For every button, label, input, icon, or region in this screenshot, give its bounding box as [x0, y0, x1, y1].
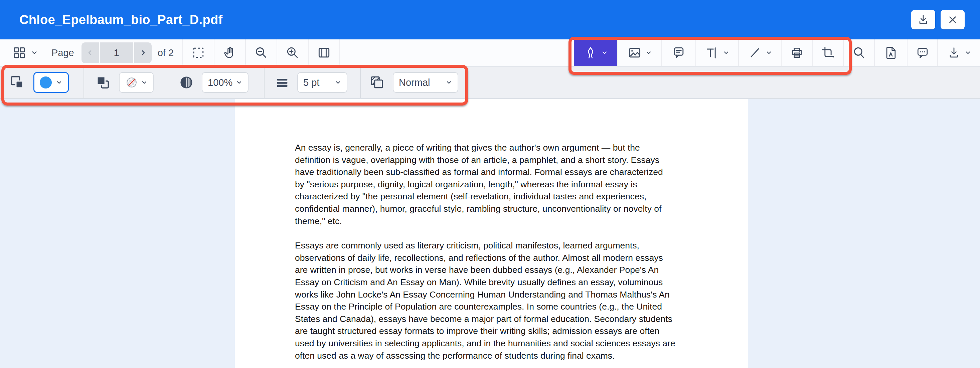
close-button[interactable] [940, 10, 965, 29]
chevron-down-icon [723, 49, 730, 56]
document-canvas[interactable]: An essay is, generally, a piece of writi… [0, 99, 980, 368]
download-icon [947, 45, 961, 60]
text-line: Essay on the Principle of Population are… [295, 301, 675, 313]
document-title: Chloe_Epelbaum_bio_Part_D.pdf [19, 13, 223, 27]
thickness-group: 5 pt [275, 67, 347, 98]
grid-view-icon [12, 45, 27, 60]
text-line: confidential manner), humor, graceful st… [295, 203, 675, 215]
pan-tool[interactable] [214, 40, 245, 66]
zoom-out-tool[interactable] [245, 40, 277, 66]
print-icon [790, 45, 804, 60]
stroke-color-group [9, 67, 69, 98]
previous-page-button[interactable] [81, 43, 99, 63]
zoom-in-tool[interactable] [277, 40, 308, 66]
two-page-view-icon [317, 45, 331, 60]
chevron-down-icon [56, 79, 62, 86]
chevron-down-icon [31, 49, 38, 56]
line-tool[interactable] [738, 40, 781, 66]
pdf-export-icon [883, 45, 898, 60]
pan-hand-icon [223, 45, 237, 60]
title-bar: Chloe_Epelbaum_bio_Part_D.pdf [0, 0, 980, 40]
chevron-right-icon [139, 49, 147, 57]
text-line: are written in prose, but works in verse… [295, 264, 675, 276]
next-page-button[interactable] [134, 43, 152, 63]
search-tool[interactable] [843, 40, 874, 66]
chevron-down-icon [236, 79, 242, 86]
page-text: An essay is, generally, a piece of writi… [295, 141, 675, 362]
marquee-select-tool[interactable] [182, 40, 214, 66]
line-icon [748, 45, 762, 60]
freehand-ink-icon [583, 45, 598, 60]
text-line: Essays are commonly used as literary cri… [295, 240, 675, 252]
chevron-down-icon [141, 79, 148, 86]
text-tool[interactable] [695, 40, 738, 66]
chevron-down-icon [445, 79, 452, 86]
text-line: are taught structured essay formats to i… [295, 325, 675, 337]
blend-style-icon [369, 74, 385, 91]
chevron-down-icon [965, 49, 971, 56]
marquee-select-icon [191, 45, 206, 60]
chevron-down-icon [645, 49, 652, 56]
two-page-view-tool[interactable] [308, 40, 339, 66]
style-dropdown[interactable]: Normal [393, 72, 458, 93]
crop-icon [821, 45, 835, 60]
properties-divider [264, 67, 264, 98]
page-label: Page [51, 48, 74, 59]
title-bar-actions [911, 10, 965, 29]
opacity-value: 100% [208, 77, 232, 88]
image-icon [627, 45, 642, 60]
page-navigation: Page 1 of 2 [0, 40, 174, 66]
crop-tool[interactable] [812, 40, 843, 66]
download-document-tool[interactable] [937, 40, 980, 66]
properties-divider [83, 67, 84, 98]
annotation-properties-bar: 100% 5 pt Normal [0, 67, 980, 99]
text-line: have traditionally been sub-classified a… [295, 166, 675, 178]
print-tool[interactable] [781, 40, 812, 66]
chevron-down-icon [765, 49, 772, 56]
text-line: by "serious purpose, dignity, logical or… [295, 178, 675, 191]
view-mode-button[interactable] [10, 45, 40, 60]
image-tool[interactable] [617, 40, 661, 66]
page-total-label: of 2 [158, 48, 174, 59]
close-icon [946, 13, 959, 26]
download-icon [916, 13, 930, 26]
annotation-tools [574, 40, 980, 66]
download-button[interactable] [911, 10, 935, 29]
text-line: characterized by "the personal element (… [295, 190, 675, 203]
text-line: often used as a way of assessing the per… [295, 350, 675, 362]
pdf-page[interactable]: An essay is, generally, a piece of writi… [235, 99, 748, 368]
text-line: observations of daily life, recollection… [295, 252, 675, 264]
thickness-value: 5 pt [303, 77, 319, 88]
freehand-ink-tool[interactable] [574, 40, 617, 66]
text-line: used by universities in selecting applic… [295, 337, 675, 350]
search-icon [852, 45, 866, 60]
text-line: works like John Locke's An Essay Concern… [295, 289, 675, 301]
page-pager: 1 [81, 43, 152, 63]
paragraph: Essays are commonly used as literary cri… [295, 240, 675, 362]
sticky-note-tool[interactable] [661, 40, 695, 66]
main-toolbar: Page 1 of 2 [0, 40, 980, 67]
sticky-note-icon [671, 45, 686, 60]
zoom-out-icon [254, 45, 269, 60]
no-color-swatch [125, 76, 138, 89]
text-line: definition is vague, overlapping with th… [295, 154, 675, 166]
chevron-down-icon [601, 49, 608, 56]
text-line: States and Canada), essays have become a… [295, 313, 675, 325]
fill-color-group [94, 67, 154, 98]
view-tools [182, 40, 340, 66]
opacity-dropdown[interactable]: 100% [202, 72, 248, 93]
fill-color-picker[interactable] [119, 72, 154, 93]
page-number-input[interactable]: 1 [100, 43, 133, 63]
text-line: An essay is, generally, a piece of writi… [295, 141, 675, 154]
properties-divider [360, 67, 361, 98]
blend-style-group: Normal [369, 67, 458, 98]
opacity-icon [178, 75, 194, 90]
pdf-export-tool[interactable] [874, 40, 907, 66]
thickness-dropdown[interactable]: 5 pt [297, 72, 347, 93]
comments-tool[interactable] [907, 40, 937, 66]
stroke-color-picker[interactable] [33, 72, 69, 93]
zoom-in-icon [285, 45, 300, 60]
stroke-color-icon [9, 74, 26, 91]
style-value: Normal [399, 77, 430, 88]
comments-icon [915, 45, 930, 60]
